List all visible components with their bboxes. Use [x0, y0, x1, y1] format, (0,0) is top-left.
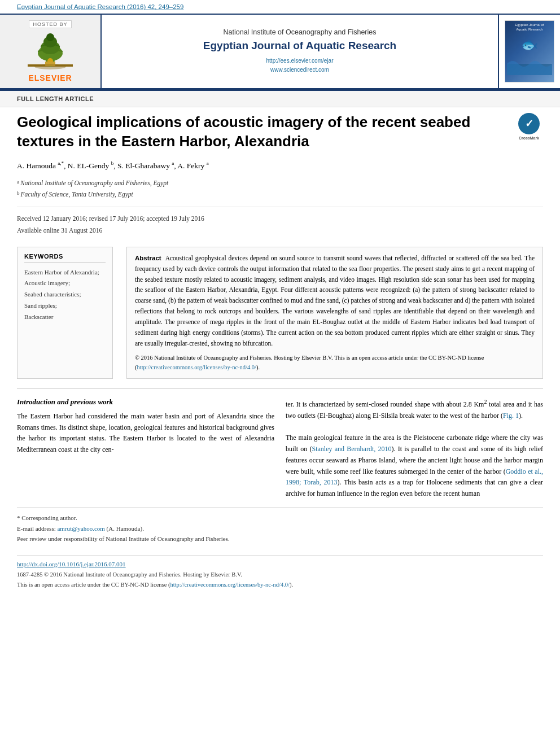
keywords-title: KEYWORDS [24, 253, 106, 263]
thumb-title: Egyptian Journal of Aquatic Research [515, 23, 544, 32]
journal-thumbnail: Egyptian Journal of Aquatic Research 🐟 [498, 15, 560, 88]
available-online: Available online 31 August 2016 [17, 225, 543, 237]
affiliations: a National Institute of Oceanography and… [17, 178, 543, 200]
authors-line: A. Hamouda a,*, N. EL-Gendy b, S. El-Gha… [17, 160, 543, 171]
journal-url1[interactable]: http://ees.elsevier.com/ejar [266, 58, 334, 64]
copyright-end: ). [256, 364, 260, 370]
crossmark-label: CrossMark [519, 136, 539, 141]
fig1-link[interactable]: Fig. 1 [503, 412, 519, 420]
journal-url2[interactable]: www.sciencedirect.com [270, 67, 329, 73]
abstract-label: Abstract [135, 255, 161, 261]
journal-top-link[interactable]: Egyptian Journal of Aquatic Research (20… [0, 0, 560, 14]
author-sup-a3: a [207, 160, 209, 166]
svg-point-9 [34, 64, 66, 69]
article-type-label: FULL LENGTH ARTICLE [0, 89, 560, 107]
cc-license-link[interactable]: http://creativecommons.org/licenses/by-n… [137, 364, 257, 370]
received-date: Received 12 January 2016; revised 17 Jul… [17, 213, 543, 225]
email-rest: (A. Hamouda). [107, 525, 144, 532]
thumb-decoration [507, 53, 552, 75]
journal-header: HOSTED BY [0, 14, 560, 89]
dates-section: Received 12 January 2016; revised 17 Jul… [17, 207, 543, 236]
footnote-email: E-mail address: amrut@yahoo.com (A. Hamo… [17, 523, 543, 534]
article-title-text: Geological implications of acoustic imag… [17, 113, 470, 150]
goddio-ref-link[interactable]: Goddio et al., 1998; Torab, 2013 [286, 468, 543, 487]
superscript-2: 2 [484, 399, 487, 405]
elsevier-branding: HOSTED BY [0, 15, 102, 88]
abstract-body: Acoustical geophysical devices depend on… [135, 255, 535, 347]
footnote-corresponding: * Corresponding author. [17, 513, 543, 523]
elsevier-logo: ELSEVIER [25, 32, 76, 82]
keyword-2: Acoustic imagery; [24, 278, 106, 289]
author-sup-a2: a [172, 160, 174, 166]
author-sup-b: b [111, 160, 114, 166]
body-right-column: ter. It is characterized by semi-closed … [286, 397, 543, 500]
bottom-oa-text: This is an open access article under the… [17, 582, 170, 588]
author-sup-star: * [62, 160, 64, 166]
intro-section-title: Introduction and previous work [17, 397, 274, 407]
email-label: E-mail address: [17, 525, 56, 532]
section-divider [17, 388, 543, 388]
affil-text-b: Faculty of Science, Tanta University, Eg… [21, 189, 133, 200]
keywords-abstract-section: KEYWORDS Eastern Harbor of Alexandria; A… [17, 247, 543, 379]
crossmark-badge[interactable]: ✓ CrossMark [515, 113, 543, 141]
keyword-4: Sand ripples; [24, 300, 106, 312]
keyword-1: Eastern Harbor of Alexandria; [24, 267, 106, 278]
body-left-column: Introduction and previous work The Easte… [17, 397, 274, 500]
affiliation-a: a National Institute of Oceanography and… [17, 178, 543, 189]
elsevier-tree-icon [25, 32, 76, 71]
journal-cover-thumb: Egyptian Journal of Aquatic Research 🐟 [505, 20, 554, 82]
main-content: Geological implications of acoustic imag… [0, 107, 560, 601]
affil-text-a: National Institute of Oceanography and F… [20, 178, 168, 189]
keywords-section: KEYWORDS Eastern Harbor of Alexandria; A… [17, 247, 113, 379]
author-email-link[interactable]: amrut@yahoo.com [57, 525, 104, 532]
intro-right-text: ter. It is characterized by semi-closed … [286, 397, 543, 500]
footnote-peer-review: Peer review under responsibility of Nati… [17, 534, 543, 544]
abstract-section: Abstract Acoustical geophysical devices … [126, 247, 543, 379]
bottom-link-end: ). [290, 582, 293, 588]
journal-title-area: National Institute of Oceanography and F… [102, 15, 498, 88]
affil-sup-b: b [17, 189, 20, 198]
affiliation-b: b Faculty of Science, Tanta University, … [17, 189, 543, 200]
elsevier-name-label: ELSEVIER [28, 73, 72, 82]
bottom-open-access: This is an open access article under the… [17, 580, 543, 590]
fish-icon: 🐟 [521, 37, 538, 53]
svg-point-6 [46, 33, 54, 41]
bottom-issn: 1687-4285 © 2016 National Institute of O… [17, 570, 543, 580]
stanley-ref-link[interactable]: Stanley and Bernhardt, 2010 [312, 445, 391, 453]
journal-title: Egyptian Journal of Aquatic Research [203, 40, 396, 52]
keyword-3: Seabed characteristics; [24, 289, 106, 300]
footnote-section: * Corresponding author. E-mail address: … [17, 508, 543, 544]
keyword-5: Backscatter [24, 312, 106, 323]
bottom-cc-link[interactable]: http://creativecommons.org/licenses/by-n… [170, 582, 290, 588]
article-title: Geological implications of acoustic imag… [17, 113, 543, 151]
intro-left-text: The Eastern Harbor had considered the ma… [17, 411, 274, 456]
hosted-by-label: HOSTED BY [29, 20, 71, 28]
crossmark-icon: ✓ [518, 113, 540, 134]
doi-link[interactable]: http://dx.doi.org/10.1016/j.ejar.2016.07… [17, 561, 543, 567]
abstract-text: Abstract Acoustical geophysical devices … [135, 253, 535, 350]
journal-urls: http://ees.elsevier.com/ejar www.science… [266, 56, 334, 75]
bottom-links-bar: http://dx.doi.org/10.1016/j.ejar.2016.07… [17, 556, 543, 590]
body-content: Introduction and previous work The Easte… [17, 397, 543, 500]
affil-sup-a: a [17, 178, 19, 186]
bottom-info-text: 1687-4285 © 2016 National Institute of O… [17, 570, 543, 590]
journal-subtitle: National Institute of Oceanography and F… [224, 28, 377, 36]
abstract-copyright: © 2016 National Institute of Oceanograph… [135, 353, 535, 373]
